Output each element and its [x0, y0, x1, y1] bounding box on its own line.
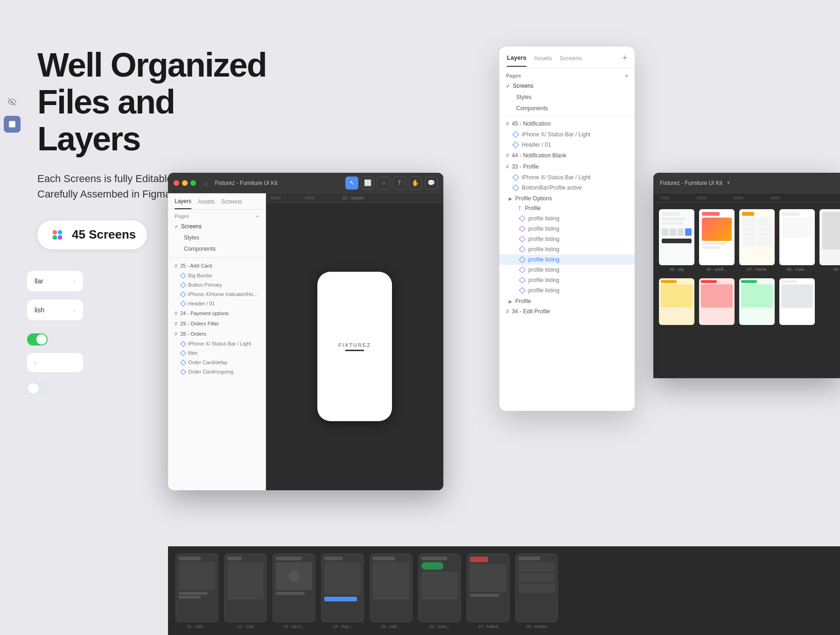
thumb-cate[interactable]: 08 - Cate... [779, 209, 815, 272]
rp-group-profile[interactable]: # 33 - Profile [499, 161, 635, 172]
bottom-thumb-21-label: 21 - Add ... [175, 624, 218, 629]
rp-group-notif-blank[interactable]: # 44 - Notification Blank [499, 150, 635, 161]
rp-item-profile-listing-3[interactable]: profile listing [499, 234, 635, 244]
diamond-icon [180, 301, 186, 307]
rp-diamond-icon [519, 256, 525, 263]
bottom-thumb-28[interactable]: 28 - Orders [515, 553, 558, 628]
rp-group-notification[interactable]: # 45 - Notification [499, 118, 635, 129]
thumb-09[interactable]: 09 - [819, 209, 840, 272]
toggle-2 [27, 382, 83, 395]
rp-diamond-icon [519, 277, 525, 283]
rp-item-profile-listing-8[interactable]: profile listing [499, 285, 635, 296]
phone-screen-splash: FIXTUREZ [317, 272, 392, 421]
svg-rect-2 [53, 230, 57, 234]
minimize-button[interactable] [182, 180, 188, 186]
right-tab-layers[interactable]: Layers [507, 54, 526, 67]
thumb-row2-3[interactable] [739, 278, 775, 325]
layer-ordercard-delay[interactable]: Order Card/delay [168, 358, 266, 367]
comment-tool[interactable]: 💬 [425, 176, 438, 190]
rp-page-components[interactable]: Components [499, 103, 635, 114]
rp-page-styles[interactable]: Styles [499, 92, 635, 103]
layer-group-addcard[interactable]: # 25 - Add Card [168, 261, 266, 271]
layer-group-payment[interactable]: # 24 - Payment options [168, 308, 266, 318]
home-icon: ⌂ [203, 179, 207, 187]
thumb-notif[interactable]: 06 - notifi... [699, 209, 735, 272]
right-tab-screens[interactable]: Screens [560, 55, 582, 66]
close-button[interactable] [174, 180, 179, 186]
thumb-row2-4[interactable] [779, 278, 815, 325]
canvas-area[interactable]: FIXTUREZ [266, 203, 443, 490]
rp-item-bottombar-profile[interactable]: BottomBar/Profile active [499, 183, 635, 193]
tab-assets[interactable]: Assets [198, 198, 215, 209]
shape-tool[interactable]: ○ [377, 176, 390, 190]
bottom-thumb-21[interactable]: 21 - Add ... [175, 553, 218, 628]
screens-badge: 45 Screens [37, 220, 147, 249]
thumb-home[interactable]: 07 - Home [739, 209, 775, 272]
rp-item-iphone-statusbar[interactable]: iPhone X/ Status Bar / Light [499, 172, 635, 183]
screens-ruler-right: -7000 -6500 -6000 -5500 [653, 193, 840, 203]
add-page-button[interactable]: + [622, 53, 627, 68]
layer-filter[interactable]: filter [168, 348, 266, 358]
toggle-on-1[interactable] [27, 333, 48, 346]
svg-rect-1 [9, 121, 15, 127]
logo-line [345, 350, 364, 351]
layer-buttonprimary[interactable]: Button Primary [168, 280, 266, 289]
frame-tool[interactable]: ⬜ [361, 176, 374, 190]
screens-chevron: ▼ [726, 180, 731, 185]
fixturez-label: FIXTUREZ [338, 342, 371, 348]
pen-tool[interactable]: T [393, 176, 406, 190]
tab-screens[interactable]: Screens [221, 198, 242, 209]
toggle-1 [27, 333, 83, 346]
rp-item-profile-listing-4[interactable]: profile listing [499, 244, 635, 254]
badge-screens-count: 45 Screens [72, 227, 136, 242]
layer-statusbar[interactable]: iPhone X/ Status Bar / Light [168, 339, 266, 348]
bottom-thumb-28-label: 28 - Orders [515, 624, 558, 629]
right-tab-assets[interactable]: Assets [534, 55, 552, 66]
layer-group-orders[interactable]: # 28 - Orders [168, 329, 266, 339]
rp-page-screens[interactable]: ✓ Screens [499, 80, 635, 92]
layer-header01[interactable]: Header / 01 [168, 299, 266, 308]
figma-window-left: ⌂ Fixturez - Furniture UI Kit ↖ ⬜ ○ T ✋ … [168, 173, 443, 490]
rp-diamond-icon [512, 141, 519, 148]
page-styles[interactable]: Styles [168, 232, 266, 243]
rp-item-profile-listing-6[interactable]: profile listing [499, 265, 635, 275]
rp-diamond-icon [519, 246, 525, 253]
thumb-row2-2[interactable] [699, 278, 735, 325]
bottom-thumb-24[interactable]: 24 - Pay... [321, 553, 364, 628]
rp-item-profile-text[interactable]: T Profile [499, 203, 635, 213]
rp-item-profile-listing-1[interactable]: profile listing [499, 213, 635, 224]
rp-item-statusbar-light[interactable]: iPhone X/ Status Bar / Light [499, 129, 635, 140]
rp-diamond-icon [519, 215, 525, 222]
page-screens[interactable]: ✓ Screens [168, 221, 266, 232]
hand-tool[interactable]: ✋ [409, 176, 422, 190]
layer-bigborder[interactable]: Big Border [168, 271, 266, 280]
layer-group-orders-filter[interactable]: # 29 - Orders Filter [168, 318, 266, 329]
rp-subgroup-profile-options[interactable]: ▶ Profile Options [499, 193, 635, 203]
select-tool[interactable]: ↖ [345, 176, 358, 190]
rp-item-profile-listing-2[interactable]: profile listing [499, 224, 635, 234]
layer-iphone-indicator[interactable]: iPhone X/Home Indicator/Ho... [168, 289, 266, 299]
page-components[interactable]: Components [168, 243, 266, 254]
sidebar-icon-active[interactable] [4, 116, 21, 133]
rp-item-profile-listing-7[interactable]: profile listing [499, 275, 635, 285]
rp-group-edit-profile[interactable]: # 34 - Edit Profile [499, 306, 635, 317]
bottom-thumb-27[interactable]: 27 - Failed [467, 553, 510, 628]
thumb-row2-1[interactable] [659, 278, 694, 325]
thumb-otp[interactable]: 05 - otp [659, 209, 694, 272]
bottom-thumb-25[interactable]: 25 - Add ... [370, 553, 413, 628]
diamond-icon [180, 341, 186, 347]
layer-ordercard-ongoing[interactable]: Order Card/ongoing [168, 367, 266, 376]
toggle-off-1[interactable] [27, 382, 48, 395]
bottom-thumb-22[interactable]: 22 - Cart [224, 553, 267, 628]
pages-header: Pages + [168, 210, 266, 221]
maximize-button[interactable] [190, 180, 196, 186]
rp-item-header01[interactable]: Header / 01 [499, 140, 635, 150]
rp-item-profile-listing-5-selected[interactable]: profile listing [499, 254, 635, 265]
bottom-thumb-26[interactable]: 26 - Com... [418, 553, 461, 628]
diamond-icon [180, 291, 186, 297]
tab-layers[interactable]: Layers [175, 198, 191, 209]
sidebar-icon-eye[interactable] [4, 93, 21, 110]
rp-diamond-icon [512, 184, 519, 191]
bottom-thumb-23[interactable]: 23 - No C... [273, 553, 315, 628]
rp-subgroup-profile-bottom[interactable]: ▶ Profile [499, 296, 635, 306]
